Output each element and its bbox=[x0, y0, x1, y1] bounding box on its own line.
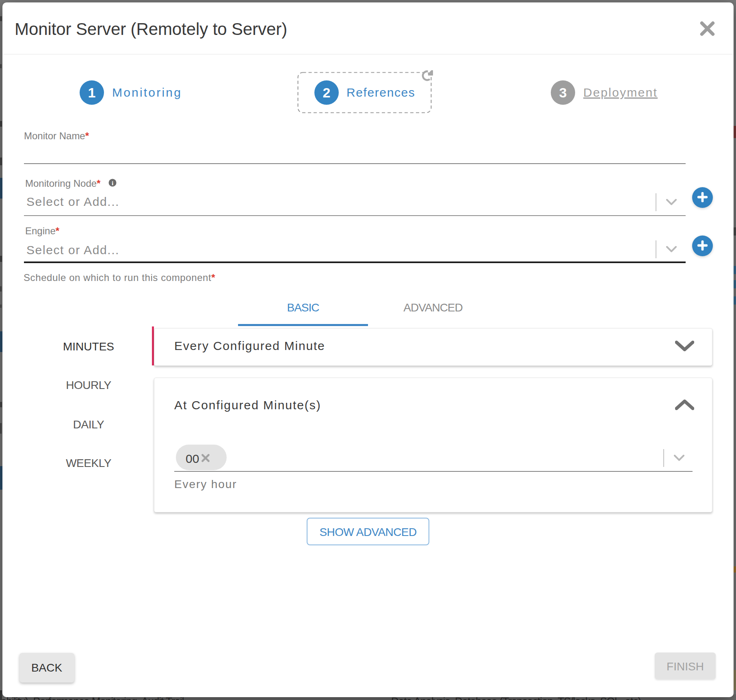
svg-text:i: i bbox=[112, 180, 113, 186]
